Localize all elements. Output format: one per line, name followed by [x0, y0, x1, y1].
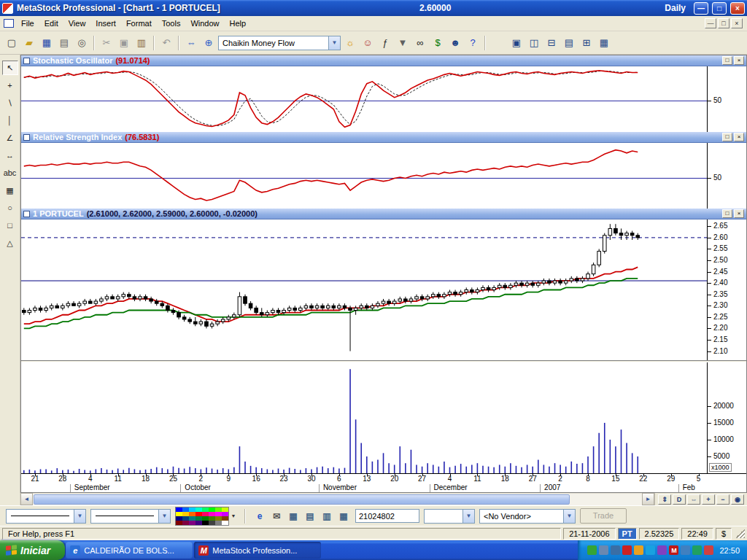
- chevron-down-icon[interactable]: ▼: [563, 510, 575, 523]
- palette-dropdown-arrow[interactable]: ▼: [229, 507, 238, 526]
- taskbar-task-ie[interactable]: e CALDEIRÃO DE BOLS...: [66, 542, 193, 559]
- tray-messenger-icon[interactable]: [646, 545, 655, 555]
- text-tool-icon[interactable]: abc: [2, 166, 18, 180]
- chevron-down-icon[interactable]: ▼: [462, 510, 474, 523]
- indicator-quicklist-icon[interactable]: ☼: [342, 35, 358, 51]
- menu-help[interactable]: Help: [225, 17, 252, 30]
- volume-plot[interactable]: [21, 362, 707, 473]
- zigzag-tool-icon[interactable]: ∠: [2, 131, 18, 145]
- chevron-down-icon[interactable]: ▼: [328, 36, 340, 50]
- binoculars-icon[interactable]: ∞: [412, 35, 428, 51]
- maximize-button[interactable]: □: [712, 2, 727, 15]
- language-indicator[interactable]: PT: [618, 528, 637, 540]
- menu-view[interactable]: View: [63, 17, 91, 30]
- price-plot[interactable]: [21, 219, 707, 360]
- dollar-icon[interactable]: $: [430, 35, 446, 51]
- context-help-icon[interactable]: ?: [465, 35, 481, 51]
- downloader-icon[interactable]: ▦: [286, 509, 301, 524]
- menu-file[interactable]: File: [16, 17, 39, 30]
- zoom-reset-button[interactable]: ◉: [731, 494, 744, 505]
- trendline-tool-icon[interactable]: ∖: [2, 96, 18, 110]
- trade-button[interactable]: Trade: [580, 508, 627, 524]
- crosshair-tool-icon[interactable]: +: [2, 78, 18, 93]
- panel-close-button[interactable]: ×: [734, 56, 744, 65]
- tray-firewall-icon[interactable]: [704, 545, 713, 555]
- pointer-tool-icon[interactable]: ↖: [2, 61, 18, 75]
- rectangle-tool-icon[interactable]: □: [2, 218, 18, 233]
- scrollbar-thumb[interactable]: [34, 494, 570, 505]
- tray-scheduler-icon[interactable]: [692, 545, 702, 555]
- color-swatch[interactable]: [189, 521, 196, 525]
- rsi-scale[interactable]: 50: [707, 143, 746, 209]
- mdi-close-button[interactable]: ×: [731, 18, 743, 28]
- color-swatch[interactable]: [202, 521, 209, 525]
- scroll-tool-icon[interactable]: ↔: [2, 148, 18, 163]
- tray-media-icon[interactable]: [657, 545, 667, 555]
- tray-mcafee-icon[interactable]: M: [669, 545, 678, 555]
- vertical-scale-button[interactable]: ⇕: [658, 494, 671, 505]
- chevron-down-icon[interactable]: ▼: [158, 510, 170, 523]
- volume-scale[interactable]: x1000 2000015000100005000: [707, 362, 746, 473]
- layout-grid-icon[interactable]: ▦: [596, 35, 612, 51]
- copy-icon[interactable]: ▣: [116, 35, 132, 51]
- default-scale-button[interactable]: D: [673, 494, 686, 505]
- vertical-line-tool-icon[interactable]: │: [2, 113, 18, 128]
- print-icon[interactable]: ▤: [56, 35, 72, 51]
- panel-restore-button[interactable]: □: [722, 133, 732, 141]
- open-icon[interactable]: ▰: [21, 35, 37, 51]
- price-panel-titlebar[interactable]: 1 PORTUCEL (2.61000, 2.62000, 2.59000, 2…: [21, 209, 746, 219]
- tile-grid-icon[interactable]: ⊞: [578, 35, 595, 51]
- experts-icon[interactable]: ☻: [447, 35, 463, 51]
- vendor-dropdown[interactable]: <No Vendor> ▼: [479, 509, 576, 524]
- color-swatch[interactable]: [176, 521, 182, 525]
- start-button[interactable]: Iniciar: [0, 540, 65, 560]
- color-swatch[interactable]: [196, 521, 202, 525]
- color-swatch[interactable]: [215, 521, 222, 525]
- stochastic-plot[interactable]: [21, 66, 707, 132]
- zoom-out-button[interactable]: −: [716, 494, 729, 505]
- scroll-right-button[interactable]: ►: [642, 493, 654, 505]
- quotes-icon[interactable]: ▤: [303, 509, 317, 524]
- menu-window[interactable]: Window: [185, 17, 224, 30]
- title-bar[interactable]: MetaStock Professional - [Chart1 - 1 POR…: [0, 0, 747, 16]
- tile-vertical-icon[interactable]: ◫: [526, 35, 542, 51]
- pan-chart-button[interactable]: ⇔: [687, 494, 700, 505]
- menu-edit[interactable]: Edit: [39, 17, 63, 30]
- internet-explorer-icon[interactable]: e: [252, 509, 267, 524]
- filter-icon[interactable]: ▼: [395, 35, 411, 51]
- zoom-icon[interactable]: ⊕: [201, 35, 217, 51]
- indicator-dropdown[interactable]: Chaikin Money Flow ▼: [218, 36, 341, 50]
- ellipse-tool-icon[interactable]: ○: [2, 201, 18, 215]
- mdi-restore-button[interactable]: □: [718, 18, 729, 28]
- panel-close-button[interactable]: ×: [734, 133, 744, 141]
- color-swatch[interactable]: [209, 521, 215, 525]
- tray-msn-icon[interactable]: [587, 545, 597, 555]
- date-axis[interactable]: 2128411182529162330613202741118272815222…: [21, 473, 746, 492]
- color-swatch[interactable]: [182, 521, 189, 525]
- rsi-panel-titlebar[interactable]: Relative Strength Index (76.5831) □ ×: [21, 132, 746, 143]
- mdi-minimize-button[interactable]: —: [705, 18, 716, 28]
- cut-icon[interactable]: ✂: [98, 35, 115, 51]
- menu-tools[interactable]: Tools: [157, 17, 186, 30]
- resize-grip[interactable]: [735, 529, 745, 538]
- tray-display-icon[interactable]: [611, 545, 620, 555]
- menu-format[interactable]: Format: [121, 17, 157, 30]
- panel-restore-button[interactable]: □: [722, 209, 732, 218]
- close-button[interactable]: ×: [730, 2, 745, 15]
- grid-tool-icon[interactable]: ▦: [2, 183, 18, 198]
- pan-icon[interactable]: ⇔: [183, 35, 199, 51]
- symbol-dropdown[interactable]: ▼: [424, 509, 475, 524]
- panel-restore-button[interactable]: □: [722, 56, 732, 65]
- order-id-input[interactable]: [355, 509, 419, 523]
- minimize-button[interactable]: —: [694, 2, 708, 15]
- scroll-left-button[interactable]: ◄: [20, 493, 33, 505]
- stochastic-panel-titlebar[interactable]: Stochastic Oscillator (91.0714) □ ×: [21, 55, 746, 66]
- paste-icon[interactable]: ▥: [133, 35, 150, 51]
- triangle-tool-icon[interactable]: △: [2, 236, 18, 250]
- panel-close-button[interactable]: ×: [734, 209, 744, 218]
- tile-horizontal-icon[interactable]: ⊟: [543, 35, 560, 51]
- undo-icon[interactable]: ↶: [158, 35, 174, 51]
- print-preview-icon[interactable]: ◎: [74, 35, 90, 51]
- stochastic-scale[interactable]: 50: [707, 66, 746, 132]
- line-weight-dropdown[interactable]: ▼: [90, 509, 171, 524]
